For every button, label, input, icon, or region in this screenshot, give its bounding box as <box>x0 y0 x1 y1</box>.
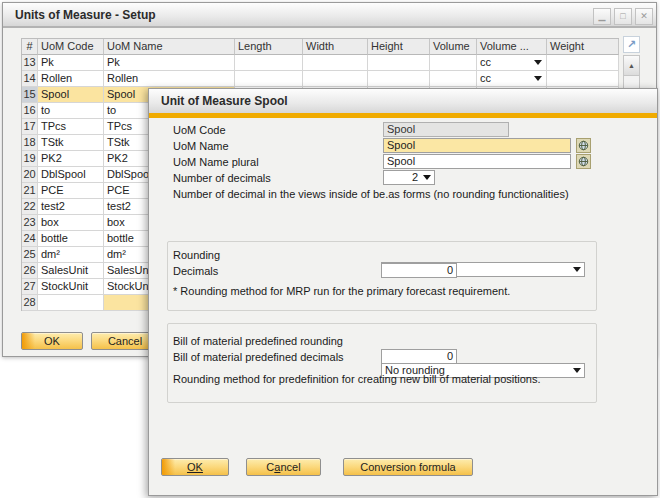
height-cell[interactable] <box>368 55 430 71</box>
column-header[interactable]: Volume <box>430 39 477 55</box>
dialog-ok-button[interactable]: OK <box>161 458 229 476</box>
uom-code-cell[interactable]: TPcs <box>38 119 104 135</box>
column-header[interactable]: Width <box>303 39 368 55</box>
length-cell[interactable] <box>235 55 303 71</box>
translate-globe-icon[interactable] <box>576 138 591 153</box>
table-row[interactable]: 14RollenRollencc <box>22 71 619 87</box>
main-ok-button[interactable]: OK <box>21 332 83 350</box>
uom-code-cell[interactable]: SalesUnit <box>38 263 104 279</box>
row-number: 24 <box>22 231 38 247</box>
dropdown-arrow-icon[interactable] <box>534 60 542 65</box>
uom-code-cell[interactable]: DblSpool <box>38 167 104 183</box>
row-number: 20 <box>22 167 38 183</box>
column-header[interactable]: UoM Code <box>38 39 104 55</box>
dropdown-arrow-icon <box>423 175 431 180</box>
main-titlebar[interactable]: Units of Measure - Setup ▁ □ ✕ <box>3 3 656 28</box>
decimals-label: Decimals <box>173 264 218 278</box>
row-number: 25 <box>22 247 38 263</box>
uom-code-cell[interactable]: test2 <box>38 199 104 215</box>
mrp-rounding-note: * Rounding method for MRP run for the pr… <box>173 285 510 297</box>
dropdown-arrow-icon[interactable] <box>534 76 542 81</box>
row-number: 18 <box>22 135 38 151</box>
dialog-cancel-button[interactable]: Cancel <box>246 458 321 476</box>
uom-code-cell[interactable]: StockUnit <box>38 279 104 295</box>
table-row[interactable]: 13PkPkcc <box>22 55 619 71</box>
uom-code-label: UoM Code <box>173 123 226 137</box>
row-number: 28 <box>22 295 38 311</box>
decimals-note: Number of decimal in the views inside of… <box>173 188 569 200</box>
row-number: 16 <box>22 103 38 119</box>
minimize-icon[interactable]: ▁ <box>593 8 611 25</box>
uom-code-cell[interactable]: to <box>38 103 104 119</box>
accent-bar <box>149 113 657 118</box>
bom-decimals-label: Bill of material predefined decimals <box>173 350 344 364</box>
conversion-formula-button[interactable]: Conversion formula <box>343 458 473 476</box>
uom-code-cell[interactable]: TStk <box>38 135 104 151</box>
weight-cell[interactable] <box>547 55 619 71</box>
maximize-icon[interactable]: □ <box>614 8 632 25</box>
uom-code-cell[interactable]: box <box>38 215 104 231</box>
length-cell[interactable] <box>235 71 303 87</box>
scroll-up-icon[interactable]: ▲ <box>624 56 639 76</box>
close-icon[interactable]: ✕ <box>635 8 653 25</box>
uom-code-cell[interactable]: Rollen <box>38 71 104 87</box>
column-header[interactable]: Weight <box>547 39 619 55</box>
uom-name-plural-field[interactable]: Spool <box>383 154 571 169</box>
table-header-row: #UoM CodeUoM NameLengthWidthHeightVolume… <box>22 39 619 55</box>
bom-rounding-note: Rounding method for predefinition for cr… <box>173 373 540 385</box>
volume-uom-cell[interactable]: cc <box>477 55 547 71</box>
column-header[interactable]: UoM Name <box>104 39 235 55</box>
uom-code-cell[interactable]: PCE <box>38 183 104 199</box>
volume-cell[interactable] <box>430 55 477 71</box>
uom-name-cell[interactable]: Pk <box>104 55 235 71</box>
window-title: Units of Measure - Setup <box>15 8 156 22</box>
row-number: 22 <box>22 199 38 215</box>
column-header[interactable]: Height <box>368 39 430 55</box>
row-number: 21 <box>22 183 38 199</box>
decimals-field[interactable]: 0 <box>381 263 457 278</box>
translate-globe-icon[interactable] <box>576 154 591 169</box>
volume-uom-value: cc <box>480 71 534 86</box>
volume-uom-cell[interactable]: cc <box>477 71 547 87</box>
column-header[interactable]: # <box>22 39 38 55</box>
column-header[interactable]: Length <box>235 39 303 55</box>
row-number: 17 <box>22 119 38 135</box>
rounding-label: Rounding <box>173 248 220 262</box>
unit-of-measure-dialog: Unit of Measure Spool UoM Code Spool UoM… <box>148 88 658 496</box>
uom-code-cell[interactable]: Pk <box>38 55 104 71</box>
dropdown-arrow-icon <box>573 267 581 272</box>
weight-cell[interactable] <box>547 71 619 87</box>
height-cell[interactable] <box>368 71 430 87</box>
uom-code-cell[interactable]: bottle <box>38 231 104 247</box>
width-cell[interactable] <box>303 55 368 71</box>
uom-name-field[interactable]: Spool <box>383 138 571 153</box>
column-header[interactable]: Volume ... <box>477 39 547 55</box>
bom-rounding-label: Bill of material predefined rounding <box>173 334 343 348</box>
uom-name-label: UoM Name <box>173 139 229 153</box>
dialog-title: Unit of Measure Spool <box>161 94 288 108</box>
width-cell[interactable] <box>303 71 368 87</box>
row-number: 26 <box>22 263 38 279</box>
uom-name-plural-label: UoM Name plural <box>173 155 259 169</box>
expand-grid-icon[interactable]: ↗ <box>623 36 640 53</box>
dialog-titlebar[interactable]: Unit of Measure Spool <box>149 89 657 113</box>
uom-code-field: Spool <box>383 122 509 137</box>
number-of-decimals-dropdown[interactable]: 2 <box>383 170 435 185</box>
uom-code-cell[interactable]: dm² <box>38 247 104 263</box>
volume-uom-value: cc <box>480 55 534 70</box>
dropdown-arrow-icon <box>573 368 581 373</box>
row-number: 23 <box>22 215 38 231</box>
uom-name-cell[interactable]: Rollen <box>104 71 235 87</box>
uom-code-cell[interactable]: Spool <box>38 87 104 103</box>
uom-code-cell[interactable]: PK2 <box>38 151 104 167</box>
row-number: 19 <box>22 151 38 167</box>
number-of-decimals-label: Number of decimals <box>173 171 271 185</box>
row-number: 14 <box>22 71 38 87</box>
row-number: 13 <box>22 55 38 71</box>
row-number: 15 <box>22 87 38 103</box>
volume-cell[interactable] <box>430 71 477 87</box>
row-number: 27 <box>22 279 38 295</box>
bom-decimals-field[interactable]: 0 <box>381 349 457 364</box>
uom-code-cell[interactable] <box>38 295 104 311</box>
